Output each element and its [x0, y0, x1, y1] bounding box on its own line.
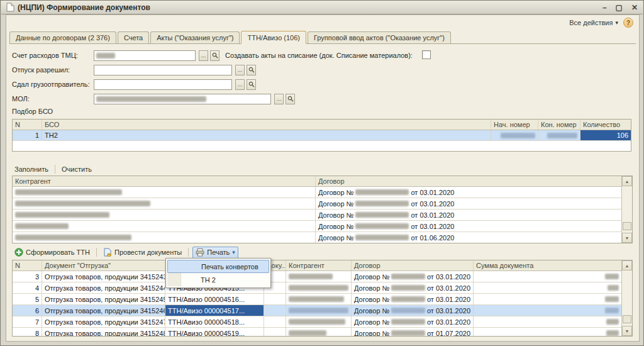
redacted-contract-number: [391, 308, 425, 313]
shipper-input[interactable]: [94, 79, 232, 90]
redacted-contract-number: [391, 330, 425, 336]
release-ellipsis-button[interactable]: ...: [235, 65, 245, 75]
tab-invoices[interactable]: Счета: [118, 31, 149, 43]
bso-col-bso[interactable]: БСО: [42, 120, 491, 130]
redacted-end-number: [547, 133, 577, 138]
help-icon[interactable]: ?: [623, 18, 633, 28]
mol-ellipsis-button[interactable]: ...: [274, 94, 284, 104]
docs-col-n[interactable]: N: [13, 260, 42, 271]
redacted-mol-value: [96, 96, 206, 102]
release-search-button[interactable]: [247, 65, 256, 75]
fill-button[interactable]: Заполнить: [12, 164, 51, 174]
scroll-up-icon[interactable]: ▲: [622, 176, 632, 186]
contracts-row[interactable]: Договор №от 03.01.2020: [13, 209, 621, 221]
docs-col-shipment[interactable]: Документ "Отгрузка": [42, 260, 165, 271]
print-dropdown-menu: Печать конвертов ТН 2: [165, 258, 271, 288]
redacted-sum: [605, 274, 619, 279]
docs-row-selected[interactable]: 6 Отгрузка товаров, продукции 3415246 от…: [13, 305, 621, 316]
contracts-scrollbar[interactable]: ▲ ▼: [621, 176, 632, 243]
contracts-row[interactable]: Договор №от 03.01.2020: [13, 187, 621, 198]
mol-search-button[interactable]: [286, 94, 295, 104]
redacted-sum: [605, 296, 619, 302]
bso-col-qty[interactable]: Количество: [580, 120, 631, 130]
redacted-account-value: [96, 53, 115, 59]
tab-acts[interactable]: Акты ("Оказания услуг"): [150, 31, 240, 43]
docs-row[interactable]: 5 Отгрузка товаров, продукции 3415245 от…: [13, 294, 621, 305]
tab-contracts-data[interactable]: Данные по договорам (2 376): [9, 31, 116, 43]
redacted-counterparty: [289, 296, 344, 302]
bso-col-start[interactable]: Нач. номер: [491, 120, 538, 130]
redacted-sum: [608, 285, 619, 291]
create-writeoff-label: Создавать акты на списание (док. Списани…: [225, 52, 413, 59]
documents-scrollbar[interactable]: ▲ ▼: [621, 260, 632, 336]
clear-button[interactable]: Очистить: [59, 164, 94, 174]
redacted-contract-number: [355, 212, 409, 218]
scroll-down-icon[interactable]: ▼: [622, 233, 632, 243]
bso-col-n[interactable]: N: [13, 120, 42, 130]
redacted-counterparty: [15, 201, 150, 206]
docs-row[interactable]: 8 Отгрузка товаров, продукции 3415248 от…: [13, 328, 621, 337]
contracts-col-counterparty[interactable]: Контрагент: [13, 176, 316, 186]
account-ellipsis-button[interactable]: ...: [199, 50, 208, 61]
contracts-row[interactable]: Договор №от 01.06.2020: [13, 232, 621, 243]
docs-col-sum[interactable]: Сумма документа: [474, 260, 621, 271]
redacted-contract-number: [391, 274, 425, 279]
docs-row[interactable]: 4 Отгрузка товаров, продукции 3415244 от…: [13, 282, 621, 294]
menu-item-print-envelopes[interactable]: Печать конвертов: [167, 260, 269, 273]
title-bar[interactable]: (НЦПИ) Формирование документов – ▢ ✕: [1, 1, 643, 14]
redacted-contract-number: [391, 285, 425, 291]
redacted-counterparty: [289, 285, 348, 291]
redacted-contract-number: [355, 223, 409, 229]
redacted-sum: [606, 330, 619, 336]
chevron-down-icon: ▾: [615, 20, 618, 26]
bso-table: N БСО Нач. номер Кон. номер Количество 1…: [12, 119, 631, 152]
scroll-down-icon[interactable]: ▼: [622, 326, 632, 336]
redacted-contract-number: [391, 319, 425, 325]
toolbar-divider: [55, 165, 55, 174]
shipper-search-button[interactable]: [247, 79, 256, 90]
redacted-counterparty: [289, 330, 326, 336]
docs-active-cell[interactable]: ТТН/Авизо 000004517...: [165, 305, 264, 316]
create-writeoff-checkbox[interactable]: [422, 50, 431, 59]
docs-row[interactable]: 3 Отгрузка товаров, продукции 3415243 от…: [13, 271, 621, 282]
tab-bar: Данные по договорам (2 376) Счета Акты (…: [9, 31, 636, 44]
maximize-button[interactable]: ▢: [616, 3, 623, 12]
contracts-row[interactable]: Договор №от 03.01.2020: [13, 221, 621, 232]
redacted-contract-number: [355, 201, 409, 206]
scroll-thumb[interactable]: [623, 222, 631, 230]
bso-row[interactable]: 1 ТН2 106: [13, 130, 631, 141]
docs-col-contract[interactable]: Договор: [352, 260, 474, 271]
shipper-ellipsis-button[interactable]: ...: [235, 79, 245, 90]
docs-col-counterparty[interactable]: Контрагент: [286, 260, 352, 271]
toolbar-divider: [188, 248, 189, 257]
release-input[interactable]: [94, 65, 232, 75]
docs-row[interactable]: 7 Отгрузка товаров, продукции 3415247 от…: [13, 316, 621, 328]
close-button[interactable]: ✕: [631, 3, 638, 12]
contracts-row[interactable]: Договор №от 03.01.2020: [13, 198, 621, 209]
redacted-contract-number: [391, 296, 425, 302]
tab-ttn-avizo[interactable]: ТТН/Авизо (106): [241, 31, 306, 44]
mol-input[interactable]: [94, 94, 271, 104]
printer-icon: [196, 248, 204, 257]
bso-col-end[interactable]: Кон. номер: [538, 120, 580, 130]
scroll-thumb[interactable]: [623, 315, 631, 323]
create-ttn-button[interactable]: Сформировать ТТН: [12, 247, 92, 258]
post-documents-button[interactable]: Провести документы: [101, 247, 184, 258]
minimize-button[interactable]: –: [602, 3, 607, 12]
scroll-up-icon[interactable]: ▲: [622, 260, 632, 271]
document-icon: [6, 3, 14, 12]
documents-table: N Документ "Отгрузка" Доку... Контрагент…: [12, 260, 633, 337]
all-actions-button[interactable]: Все действия ▾: [569, 19, 618, 26]
account-search-button[interactable]: [210, 50, 219, 61]
mol-label: МОЛ:: [12, 95, 30, 103]
bso-qty-cell[interactable]: 106: [580, 130, 631, 140]
account-input[interactable]: [94, 50, 196, 61]
redacted-sum: [605, 308, 619, 313]
menu-item-tn2[interactable]: ТН 2: [167, 273, 269, 286]
contracts-col-contract[interactable]: Договор: [316, 176, 621, 186]
form-content: Все действия ▾ ? Данные по договорам (2 …: [6, 14, 640, 342]
toolbar-divider: [96, 248, 97, 257]
print-button[interactable]: Печать ▾: [192, 247, 238, 259]
tab-group-acts[interactable]: Групповой ввод актов ("Оказание услуг"): [308, 31, 451, 43]
redacted-counterparty: [15, 189, 122, 195]
